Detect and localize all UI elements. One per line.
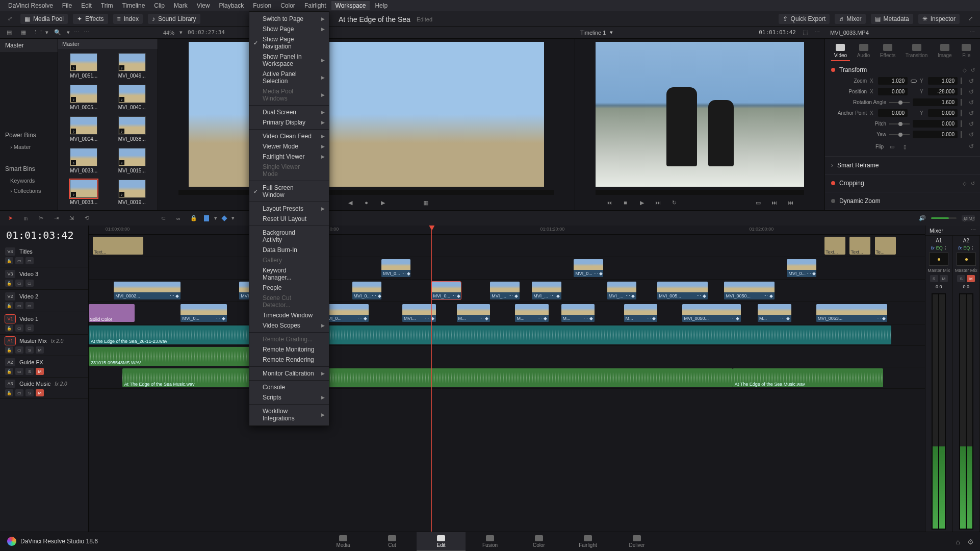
inspector-dynamic-zoom[interactable]: Dynamic Zoom xyxy=(831,195,974,207)
page-tab-color[interactable]: Color xyxy=(514,532,563,552)
anchor-x-field[interactable]: 0.000 xyxy=(878,109,908,117)
track-lane[interactable]: MVI_0... ⋯ ◆MVI_0... ⋯ ◆MVI_0... ⋯ ◆ xyxy=(89,257,925,280)
ws-data-burn-in[interactable]: Data Burn-In xyxy=(249,245,329,255)
ws-timecode-window[interactable]: Timecode Window xyxy=(249,310,329,320)
ws-video-scopes[interactable]: Video Scopes▶ xyxy=(249,320,329,331)
link-icon[interactable]: ∞ xyxy=(173,213,184,223)
ws-scripts[interactable]: Scripts▶ xyxy=(249,392,329,403)
inspector-cropping[interactable]: Cropping↺ xyxy=(831,178,974,189)
overwrite-tool[interactable]: ⇲ xyxy=(66,213,76,223)
src-overlay-icon[interactable]: ▦ xyxy=(421,197,431,208)
rotation-field[interactable]: 1.600 xyxy=(913,98,958,106)
ws-remote-rendering[interactable]: Remote Rendering xyxy=(249,355,329,365)
anchor-keyframe[interactable] xyxy=(961,110,962,116)
timeline-clip[interactable]: M... ⋯ ◆ xyxy=(758,304,791,322)
prog-match-frame-icon[interactable]: ▭ xyxy=(753,197,763,208)
snap-icon[interactable]: ⊂ xyxy=(158,213,168,223)
track-head-a2[interactable]: A2Guide FX🔒▭SM xyxy=(0,356,88,378)
filter-menu[interactable]: ⋯ xyxy=(74,29,80,36)
lock-icon[interactable]: 🔒 xyxy=(5,280,13,287)
pitch-slider[interactable] xyxy=(889,123,910,124)
timeline-clip[interactable]: MVI_0053... ⋯ ◆ xyxy=(816,304,887,322)
solo-button[interactable]: S xyxy=(957,275,965,282)
src-prev-icon[interactable]: ◀ xyxy=(345,197,355,208)
blade-tool[interactable]: ✂ xyxy=(36,213,46,223)
timeline-clip[interactable]: M... ⋯ ◆ xyxy=(515,304,549,322)
track-head-v1[interactable]: V1Video 1🔒▭▭ xyxy=(0,312,88,335)
track-toggle[interactable]: ▭ xyxy=(15,302,23,309)
page-tab-cut[interactable]: Cut xyxy=(368,532,417,552)
timeline-clip[interactable]: M... ⋯ ◆ xyxy=(561,304,595,322)
source-scrub[interactable] xyxy=(178,190,554,195)
track-lane[interactable]: Solid ColorMVI_0... ⋯ ◆MVI... ⋯ ◆MVI_0..… xyxy=(89,302,925,324)
menu-clip[interactable]: Clip xyxy=(150,1,169,10)
mixer-channel-a2[interactable]: A2fxEQ ⫶Master MixSM0.0 xyxy=(953,236,981,532)
pos-keyframe[interactable] xyxy=(961,88,962,95)
audio-clip[interactable]: At The Edge of the Sea Music.wav xyxy=(733,368,883,387)
bin-clip[interactable]: ♪MVI_0040... xyxy=(111,85,154,111)
timeline-clip[interactable]: Solid Color xyxy=(89,304,135,322)
flip-v-icon[interactable]: ▯ xyxy=(900,141,910,152)
index-button[interactable]: ≡Index xyxy=(113,14,143,24)
home-icon[interactable]: ⌂ xyxy=(956,538,960,546)
lock-icon[interactable]: 🔒 xyxy=(5,389,13,396)
volume-icon[interactable]: 🔊 xyxy=(919,215,926,221)
timeline-clip[interactable]: MVI_... ⋯ ◆ xyxy=(532,282,561,299)
bin-clip[interactable]: ♪MVI_0051... xyxy=(62,53,106,80)
sort-menu[interactable]: ⋮⋮ ▾ xyxy=(33,29,48,36)
pitch-reset[interactable]: ↺ xyxy=(969,120,974,128)
reset-icon[interactable]: ↺ xyxy=(971,67,975,73)
timeline-clip[interactable]: MVI... ⋯ ◆ xyxy=(402,304,436,322)
inspector-options[interactable]: ⋯ xyxy=(969,29,975,36)
expand-right-icon[interactable]: ⤢ xyxy=(965,13,976,24)
inspector-tab-transition[interactable]: Transition xyxy=(902,42,931,61)
track-toggle[interactable]: ▭ xyxy=(15,324,23,332)
timeline-clip[interactable]: MVI_0... ⋯ ◆ xyxy=(574,259,603,277)
smart-bins-header[interactable]: Smart Bins xyxy=(0,162,58,176)
page-tab-fairlight[interactable]: Fairlight xyxy=(563,532,612,552)
menu-file[interactable]: File xyxy=(58,1,76,10)
yaw-reset[interactable]: ↺ xyxy=(969,131,974,138)
yaw-field[interactable]: 0.000 xyxy=(913,131,958,138)
ws-primary-display[interactable]: Primary Display▶ xyxy=(249,117,329,128)
track-toggle[interactable]: ▭ xyxy=(15,280,23,287)
thumb-view-icon[interactable]: ▦ xyxy=(18,28,29,38)
track-head-v3[interactable]: V3Video 3🔒▭▭ xyxy=(0,267,88,290)
track-head-a3[interactable]: A3Guide Musicfx 2.0🔒▭SM xyxy=(0,378,88,399)
ws-people[interactable]: People xyxy=(249,283,329,293)
audio-clip[interactable]: 231015-095548MS.WAV xyxy=(89,347,273,366)
mute-button[interactable]: M xyxy=(36,389,44,396)
settings-icon[interactable]: ⚙ xyxy=(967,538,974,546)
rot-keyframe[interactable] xyxy=(961,99,962,106)
keyframe-icon[interactable] xyxy=(963,67,967,73)
ws-active-panel-selection[interactable]: Active Panel Selection▶ xyxy=(249,69,329,86)
power-bin-master[interactable]: › Master xyxy=(0,142,58,152)
page-tab-fusion[interactable]: Fusion xyxy=(466,532,514,552)
page-tab-deliver[interactable]: Deliver xyxy=(612,532,661,552)
track-toggle[interactable]: ▭ xyxy=(15,346,23,354)
menu-mark[interactable]: Mark xyxy=(170,1,192,10)
trim-tool[interactable]: ⫙ xyxy=(20,213,31,223)
prog-end-icon[interactable]: ⏭ xyxy=(769,197,780,208)
media-pool-button[interactable]: ▦Media Pool xyxy=(20,14,68,24)
track-toggle2[interactable]: ▭ xyxy=(25,257,34,264)
timeline-ruler[interactable]: 01:00:00:0001:00:40:0001:01:20:0001:02:0… xyxy=(89,226,925,235)
ws-show-page-navigation[interactable]: ✓Show Page Navigation xyxy=(249,34,329,52)
bin-clip[interactable]: ♪MVI_0049... xyxy=(111,53,154,80)
mixer-options[interactable]: ⋯ xyxy=(970,227,976,234)
inspector-tab-image[interactable]: Image xyxy=(935,42,955,61)
timeline-clip[interactable]: M... ⋯ ◆ xyxy=(624,304,658,322)
track-head-v2[interactable]: V2Video 2🔒▭▭ xyxy=(0,290,88,312)
timeline-clip[interactable]: MVI_0... ⋯ ◆ xyxy=(431,282,460,299)
track-head-v4[interactable]: V4Titles🔒▭▭ xyxy=(0,245,88,267)
pos-x-field[interactable]: 0.000 xyxy=(878,88,908,95)
anchor-y-field[interactable]: 0.000 xyxy=(928,109,958,117)
zoom-y-field[interactable]: 1.020 xyxy=(928,77,958,85)
ws-monitor-calibration[interactable]: Monitor Calibration▶ xyxy=(249,368,329,379)
audio-clip[interactable]: At the Edge of the Sea_26-11-23.wav xyxy=(89,325,891,344)
bin-clip[interactable]: ♪MVI_0005... xyxy=(62,85,106,111)
prog-prev-clip-icon[interactable]: ⏮ xyxy=(604,197,614,208)
lock-icon[interactable]: 🔒 xyxy=(189,213,199,223)
inspector-button[interactable]: ✳Inspector xyxy=(918,14,960,24)
inspector-transform-header[interactable]: Transform ↺ xyxy=(831,64,974,76)
